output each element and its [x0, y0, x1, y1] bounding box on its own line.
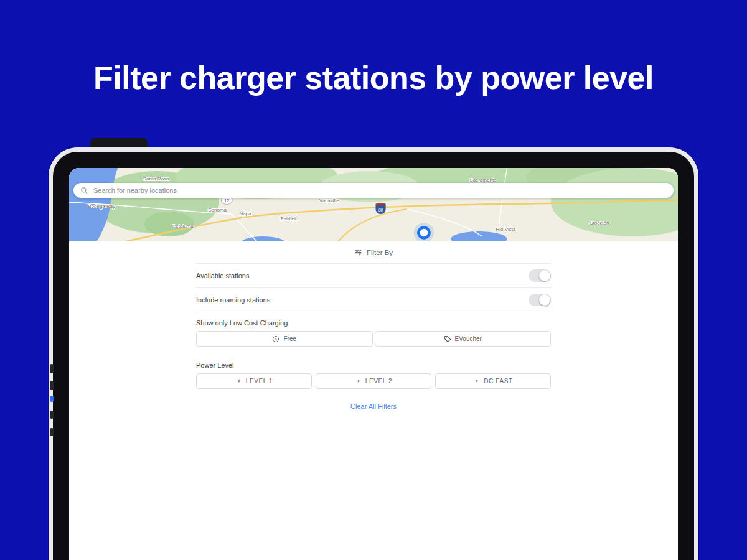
voucher-tag-icon — [444, 335, 451, 343]
route-shield-number: 12 — [224, 198, 229, 203]
level-2-label: LEVEL 2 — [365, 378, 392, 385]
route-shield-80: 80 — [376, 203, 386, 214]
map-label: Vacaville — [319, 198, 339, 203]
tablet-side-button — [50, 364, 54, 373]
filter-panel: Filter By Available stations Include roa… — [69, 241, 678, 410]
map-graphic: 12 80 113 Santa Rosa Bodega Bay Petaluma… — [69, 168, 678, 241]
map-label: Fairfield — [281, 216, 299, 222]
available-stations-row: Available stations — [196, 264, 551, 288]
map-label: Napa — [239, 211, 251, 217]
dollar-icon: $ — [272, 335, 280, 343]
search-input[interactable] — [93, 187, 667, 194]
map-label: Petaluma — [172, 223, 194, 229]
filter-by-header[interactable]: Filter By — [196, 241, 551, 264]
low-cost-section-label: Show only Low Cost Charging — [196, 319, 551, 327]
dc-fast-filter-button[interactable]: DC FAST — [435, 373, 551, 389]
filter-tune-icon — [354, 248, 362, 256]
available-stations-toggle[interactable] — [529, 269, 551, 282]
tablet-screen: 12 80 113 Santa Rosa Bodega Bay Petaluma… — [69, 168, 678, 560]
level-1-label: LEVEL 1 — [246, 378, 273, 385]
level-2-filter-button[interactable]: LEVEL 2 — [316, 373, 431, 389]
clear-all-filters-link[interactable]: Clear All Filters — [196, 403, 551, 410]
toggle-knob — [539, 270, 550, 281]
available-stations-label: Available stations — [196, 272, 249, 279]
power-level-options-row: LEVEL 1 LEVEL 2 DC FAST — [196, 373, 551, 389]
map-label: Bodega Bay — [88, 203, 115, 209]
route-shield-number: 80 — [378, 208, 383, 212]
page-title: Filter charger stations by power level — [0, 59, 747, 96]
svg-text:$: $ — [275, 337, 278, 341]
roaming-stations-label: Include roaming stations — [196, 296, 270, 304]
bolt-icon — [473, 378, 480, 385]
free-filter-button[interactable]: $ Free — [196, 331, 373, 347]
map-label: Stockton — [590, 220, 609, 226]
map-label: Rio Vista — [496, 226, 517, 232]
map-view[interactable]: 12 80 113 Santa Rosa Bodega Bay Petaluma… — [69, 168, 678, 241]
roaming-stations-row: Include roaming stations — [196, 288, 551, 312]
bolt-icon — [355, 378, 362, 385]
dc-fast-label: DC FAST — [484, 378, 512, 385]
power-level-section-label: Power Level — [196, 362, 551, 369]
evoucher-filter-label: EVoucher — [455, 335, 482, 342]
current-location-marker — [414, 223, 434, 241]
search-icon — [80, 187, 88, 195]
evoucher-filter-button[interactable]: EVoucher — [375, 331, 552, 347]
free-filter-label: Free — [283, 335, 296, 342]
tablet-side-indicator — [50, 396, 54, 402]
map-label: Sacramento — [469, 177, 497, 183]
tablet-device: 12 80 113 Santa Rosa Bodega Bay Petaluma… — [49, 147, 698, 560]
map-label: Santa Rosa — [143, 176, 170, 182]
level-1-filter-button[interactable]: LEVEL 1 — [196, 373, 312, 389]
tablet-side-button — [50, 411, 54, 419]
roaming-stations-toggle[interactable] — [529, 294, 551, 306]
tablet-side-button — [50, 428, 54, 436]
bolt-icon — [235, 378, 242, 385]
map-search-bar[interactable] — [73, 183, 674, 198]
toggle-knob — [539, 294, 550, 306]
filter-by-label: Filter By — [367, 249, 393, 256]
map-label: Sonoma — [208, 207, 227, 213]
low-cost-options-row: $ Free EVoucher — [196, 331, 551, 347]
tablet-side-button — [50, 381, 54, 390]
